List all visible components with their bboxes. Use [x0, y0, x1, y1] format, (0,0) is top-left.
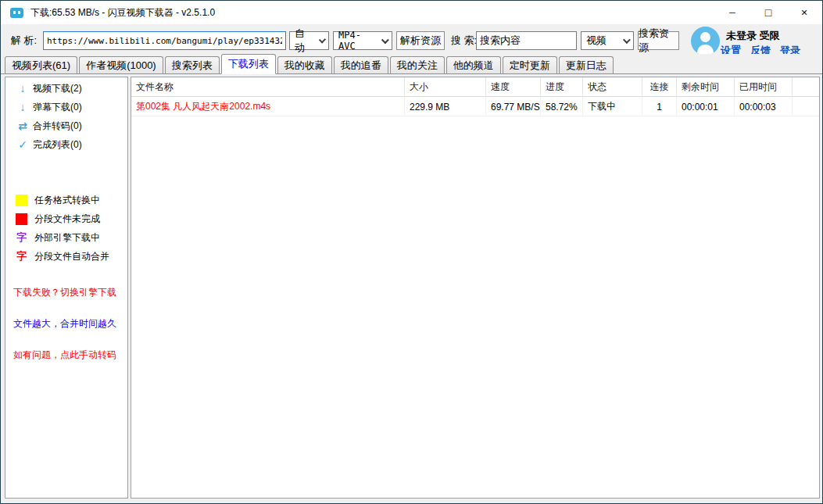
tab-changelog[interactable]: 更新日志 — [559, 56, 614, 73]
parse-label: 解 析: — [11, 34, 37, 48]
tab-strip: 视频列表(61) 作者视频(1000) 搜索列表 下载列表 我的收藏 我的追番 … — [1, 54, 822, 74]
tab-scheduled-update[interactable]: 定时更新 — [503, 56, 557, 73]
table-header: 文件名称 大小 速度 进度 状态 连接 剩余时间 已用时间 — [131, 77, 819, 97]
search-label: 搜 索: — [451, 34, 477, 48]
tip-switch-engine: 下载失败？切换引擎下载 — [13, 286, 116, 299]
url-input[interactable] — [43, 31, 286, 50]
cell-status: 下载中 — [583, 97, 642, 116]
tab-download-list[interactable]: 下载列表 — [221, 54, 276, 74]
search-input[interactable] — [476, 31, 577, 50]
content-area: ↓ 视频下载(2) ↓ 弹幕下载(0) ⇄ 合并转码(0) ✓ 完成列表(0) … — [1, 74, 822, 504]
col-elapsed[interactable]: 已用时间 — [735, 77, 793, 97]
legend-item: 字 分段文件自动合并 — [5, 247, 127, 266]
sidebar-item-danmaku-download[interactable]: ↓ 弹幕下载(0) — [5, 98, 127, 116]
cell-remaining: 00:00:01 — [677, 97, 735, 116]
sidebar-item-video-download[interactable]: ↓ 视频下载(2) — [5, 79, 127, 98]
legend-item: 任务格式转换中 — [5, 191, 127, 209]
legend-item: 字 外部引擎下载中 — [5, 228, 127, 247]
app-icon — [10, 8, 23, 18]
quality-select[interactable]: 自动 — [289, 31, 329, 50]
tab-search-list[interactable]: 搜索列表 — [165, 56, 220, 73]
search-resource-button[interactable]: 搜索资源 — [638, 31, 679, 50]
sidebar-item-completed-list[interactable]: ✓ 完成列表(0) — [5, 135, 127, 154]
cell-speed: 69.77 MB/S — [486, 97, 541, 116]
col-connections[interactable]: 连接 — [642, 77, 677, 97]
type-select-value: 视频 — [586, 34, 607, 48]
tab-favorites[interactable]: 我的收藏 — [277, 56, 332, 73]
type-select[interactable]: 视频 — [581, 31, 634, 50]
cell-elapsed: 00:00:03 — [735, 97, 793, 116]
cell-connections: 1 — [642, 97, 677, 116]
download-icon: ↓ — [15, 101, 30, 113]
col-status[interactable]: 状态 — [583, 77, 642, 97]
col-speed[interactable]: 速度 — [486, 77, 541, 97]
legend-item: 分段文件未完成 — [5, 209, 127, 228]
legend-swatch-red — [16, 213, 27, 225]
tab-bangumi[interactable]: 我的追番 — [334, 56, 388, 73]
legend-char-red: 字 — [16, 249, 27, 263]
window-title: 下载:65.53 MB/s - 闪豆视频下载器 - v2.5.1.0 — [30, 6, 215, 20]
chevron-down-icon — [623, 36, 631, 44]
tab-following[interactable]: 我的关注 — [390, 56, 445, 73]
maximize-icon[interactable]: □ — [750, 1, 786, 24]
col-progress[interactable]: 进度 — [541, 77, 583, 97]
tip-merge-time: 文件越大，合并时间越久 — [13, 317, 116, 331]
legend-char-purple: 字 — [16, 231, 27, 245]
col-filename[interactable]: 文件名称 — [131, 77, 405, 97]
download-table: 文件名称 大小 速度 进度 状态 连接 剩余时间 已用时间 第002集 凡人风起… — [131, 77, 820, 499]
avatar-icon[interactable] — [691, 27, 720, 55]
quality-select-value: 自动 — [295, 27, 313, 55]
cell-size: 229.9 MB — [405, 97, 486, 116]
sidebar-item-merge-transcode[interactable]: ⇄ 合并转码(0) — [5, 116, 127, 135]
tip-manual-transcode[interactable]: 如有问题，点此手动转码 — [13, 349, 116, 362]
merge-arrows-icon: ⇄ — [15, 120, 30, 132]
close-icon[interactable]: ✕ — [786, 1, 822, 24]
legend-swatch-yellow — [16, 195, 27, 206]
minimize-icon[interactable]: ─ — [714, 1, 750, 24]
app-window: 下载:65.53 MB/s - 闪豆视频下载器 - v2.5.1.0 ─ □ ✕… — [0, 0, 823, 504]
tab-author-videos[interactable]: 作者视频(1000) — [79, 56, 163, 73]
col-remaining[interactable]: 剩余时间 — [677, 77, 735, 97]
format-select[interactable]: MP4-AVC — [333, 31, 392, 50]
tab-video-list[interactable]: 视频列表(61) — [5, 56, 77, 73]
table-row[interactable]: 第002集 凡人风起天南2002.m4s 229.9 MB 69.77 MB/S… — [131, 97, 819, 116]
cell-filename: 第002集 凡人风起天南2002.m4s — [131, 97, 405, 116]
sidebar: ↓ 视频下载(2) ↓ 弹幕下载(0) ⇄ 合并转码(0) ✓ 完成列表(0) … — [5, 77, 128, 499]
login-status: 未登录 受限 — [726, 29, 780, 43]
parse-resource-button[interactable]: 解析资源 — [396, 31, 445, 50]
tab-his-channel[interactable]: 他的频道 — [446, 56, 501, 73]
format-select-value: MP4-AVC — [338, 30, 375, 52]
download-icon: ↓ — [15, 82, 30, 95]
titlebar: 下载:65.53 MB/s - 闪豆视频下载器 - v2.5.1.0 ─ □ ✕ — [1, 1, 822, 24]
cell-progress: 58.72% — [541, 97, 583, 116]
chevron-down-icon — [319, 36, 326, 43]
col-size[interactable]: 大小 — [405, 77, 486, 97]
check-icon: ✓ — [15, 138, 30, 151]
chevron-down-icon — [381, 36, 389, 44]
